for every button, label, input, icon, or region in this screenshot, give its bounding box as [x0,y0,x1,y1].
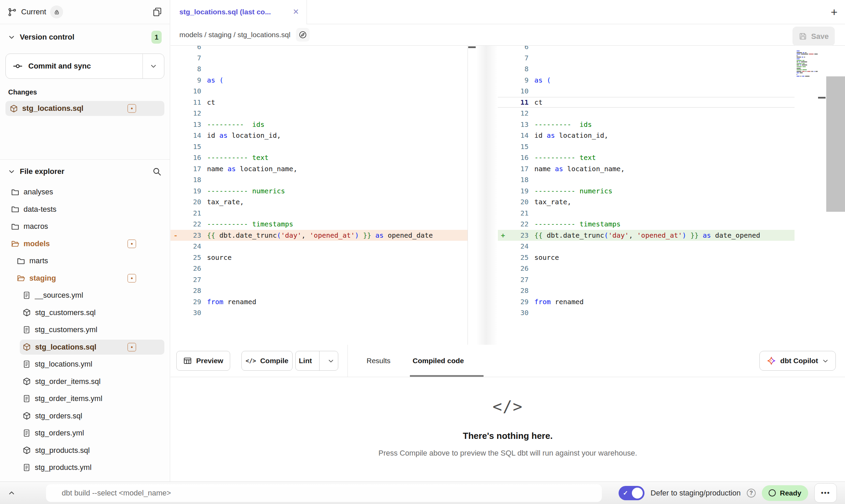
file-explorer-item-__sources.yml[interactable]: __sources.yml [5,287,164,304]
diff-pane-modified[interactable]: 6789as (1011ct1213--------- ids14id as l… [498,46,845,345]
code-line-18: 18 [171,174,468,186]
file-explorer-item-stg_locations.yml[interactable]: stg_locations.yml [5,356,164,373]
code-text: source [207,253,232,262]
minimap-token [814,54,818,55]
lint-button[interactable]: Lint [296,357,315,365]
command-bar-collapse-button[interactable] [8,482,16,504]
file-explorer-item-stg_order_items.sql[interactable]: stg_order_items.sql [5,373,164,390]
file-explorer-item-marts[interactable]: marts [5,252,164,270]
code-line-9: 9as ( [171,75,468,86]
file-icon [23,326,31,334]
line-number: 23 [508,231,534,239]
line-number: 6 [508,46,534,51]
sidebar: Current Version control [0,0,170,481]
lint-options-button[interactable] [324,358,338,364]
folder-icon [11,205,19,213]
line-number: 26 [181,264,207,272]
code-line-23: -23{{ dbt.date_trunc('day', 'opened_at')… [171,230,468,241]
line-number: 13 [181,120,207,129]
compile-button[interactable]: </> Compile [241,351,293,371]
minimap-token [797,64,799,65]
tab-compiled-code[interactable]: Compiled code [409,345,468,376]
file-explorer-item-analyses[interactable]: analyses [5,183,164,201]
minimap-token [802,64,807,65]
table-icon [183,356,192,365]
file-explorer-item-models[interactable]: models [5,235,164,253]
diff-pane-original[interactable]: 6789as (1011ct1213--------- ids14id as l… [171,46,468,345]
minimap-line [797,60,818,61]
line-number: 28 [181,286,207,295]
file-explorer-item-stg_orders.yml[interactable]: stg_orders.yml [5,425,164,442]
minimap-token [814,71,815,72]
file-explorer-item-stg_locations.sql[interactable]: stg_locations.sql [5,339,164,356]
commit-and-sync-button[interactable]: Commit and sync [6,54,143,78]
new-tab-button[interactable]: + [831,0,837,24]
changed-file-stg_locations[interactable]: stg_locations.sql [5,101,164,116]
minimap-line [797,69,818,70]
code-line-18: 18 [498,174,795,186]
file-explorer-item-stg_orders.sql[interactable]: stg_orders.sql [5,407,164,425]
close-icon[interactable]: ✕ [293,8,299,16]
line-number: 21 [181,209,207,217]
code-text: ---------- text [534,153,596,162]
file-explorer-item-stg_products.sql[interactable]: stg_products.sql [5,442,164,459]
file-explorer-item-stg_customers.sql[interactable]: stg_customers.sql [5,304,164,322]
file-explorer-item-data-tests[interactable]: data-tests [5,201,164,218]
defer-label: Defer to staging/production [651,489,741,498]
line-number: 18 [181,176,207,184]
dbt-copilot-button[interactable]: dbt Copilot [759,351,836,371]
file-explorer-header[interactable]: File explorer [0,160,170,183]
ide-status-badge[interactable]: Ready [762,485,808,501]
line-number: 29 [181,298,207,306]
code-line-7: 7 [498,53,795,64]
duplicate-docs-icon[interactable] [152,7,162,17]
line-number: 20 [508,198,534,206]
more-options-button[interactable]: ••• [814,483,837,503]
code-icon: </> [246,357,256,364]
code-text: {{ dbt.date_trunc('day', 'opened_at') }}… [207,231,433,239]
line-number: 18 [508,176,534,184]
save-button[interactable]: Save [792,27,835,46]
search-icon[interactable] [152,167,162,176]
help-icon[interactable]: ? [747,489,756,498]
command-input[interactable]: dbt build --select <model_name> [46,484,602,502]
open-in-docs-button[interactable] [296,28,310,42]
line-number: 15 [508,143,534,151]
toggle-knob [632,488,643,499]
minimap-line [797,66,818,67]
tab-results[interactable]: Results [363,345,394,376]
minimap-token [802,71,804,72]
minimap-token [797,72,799,73]
commit-options-button[interactable] [143,54,164,78]
line-number: 23 [181,231,207,239]
tab-label: stg_locations.sql (last co... [179,8,290,16]
branch-bar[interactable]: Current [0,0,170,24]
vertical-scrollbar[interactable] [826,76,845,212]
code-line-27: 27 [498,274,795,285]
file-explorer-item-staging[interactable]: staging [5,270,164,287]
code-line-20: 20tax_rate, [171,196,468,208]
tab-stg_locations[interactable]: stg_locations.sql (last co... ✕ [171,0,307,24]
preview-button[interactable]: Preview [176,351,230,371]
minimap-token [797,63,802,64]
defer-toggle[interactable]: ✓ [619,486,644,500]
minimap[interactable] [795,46,818,121]
tree-row-body: stg_customers.sql [20,305,164,320]
code-line-10: 10 [171,86,468,97]
tree-row-body: stg_products.sql [20,443,164,458]
file-explorer-item-stg_order_items.yml[interactable]: stg_order_items.yml [5,390,164,407]
minimap-token [801,61,807,62]
chevron-up-icon [8,489,16,497]
line-number: 16 [181,153,207,162]
file-explorer-item-stg_products.yml[interactable]: stg_products.yml [5,459,164,476]
file-name: data-tests [24,205,57,214]
file-icon [23,395,31,403]
code-text: --------- ids [534,120,592,129]
version-control-header[interactable]: Version control 1 [0,24,170,50]
code-text: ct [534,98,543,106]
commit-and-sync-split-button: Commit and sync [5,54,164,79]
file-explorer-item-macros[interactable]: macros [5,218,164,235]
file-explorer-item-stg_customers.yml[interactable]: stg_customers.yml [5,321,164,339]
compiled-code-empty-state: </> There's nothing here. Press Compile … [171,377,845,481]
overview-ruler-left [468,46,476,345]
